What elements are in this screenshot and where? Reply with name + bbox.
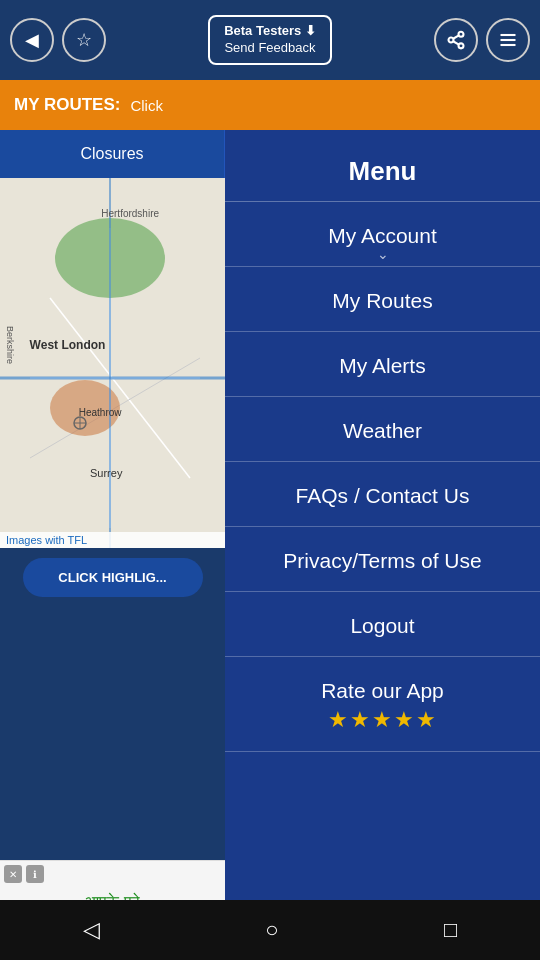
- map-label-berkshire: Berkshire: [5, 326, 15, 364]
- header-left-controls: ◀ ☆: [10, 18, 106, 62]
- map-label-heathrow: Heathrow: [79, 407, 122, 418]
- svg-line-3: [453, 41, 459, 44]
- menu-item-privacy[interactable]: Privacy/Terms of Use: [225, 527, 540, 592]
- menu-item-faqs[interactable]: FAQs / Contact Us: [225, 462, 540, 527]
- menu-title: Menu: [225, 140, 540, 202]
- map-area: Hertfordshire West London Heathrow Surre…: [0, 178, 225, 548]
- svg-point-2: [459, 43, 464, 48]
- click-label: Click: [130, 97, 163, 114]
- app-header: ◀ ☆ Beta Testers ⬇ Send Feedback: [0, 0, 540, 80]
- send-feedback-label: Send Feedback: [224, 40, 316, 57]
- map-label-west-london: West London: [30, 338, 106, 352]
- menu-item-logout[interactable]: Logout: [225, 592, 540, 657]
- my-routes-label: MY ROUTES:: [14, 95, 120, 115]
- android-back-button[interactable]: ◁: [83, 917, 100, 943]
- menu-my-routes-label: My Routes: [332, 289, 432, 312]
- android-navigation-bar: ◁ ○ □: [0, 900, 540, 960]
- map-label-surrey: Surrey: [90, 467, 122, 479]
- main-content: Closures: [0, 130, 540, 960]
- menu-weather-label: Weather: [343, 419, 422, 442]
- map-label-hertfordshire: Hertfordshire: [101, 208, 159, 219]
- closures-bar[interactable]: Closures: [0, 130, 225, 178]
- menu-my-alerts-label: My Alerts: [339, 354, 425, 377]
- ad-icons: ✕ ℹ: [4, 865, 44, 883]
- menu-item-weather[interactable]: Weather: [225, 397, 540, 462]
- favorite-button[interactable]: ☆: [62, 18, 106, 62]
- header-right-controls: [434, 18, 530, 62]
- svg-point-0: [459, 32, 464, 37]
- menu-rate-app-label: Rate our App: [321, 679, 444, 702]
- menu-panel: Menu My Account My Routes My Alerts Weat…: [225, 130, 540, 960]
- svg-point-1: [449, 38, 454, 43]
- menu-item-rate-app[interactable]: Rate our App ★★★★★: [225, 657, 540, 752]
- menu-my-account-label: My Account: [328, 224, 437, 247]
- menu-item-my-alerts[interactable]: My Alerts: [225, 332, 540, 397]
- feedback-button[interactable]: Beta Testers ⬇ Send Feedback: [208, 15, 332, 65]
- menu-logout-label: Logout: [350, 614, 414, 637]
- left-panel: Closures: [0, 130, 225, 960]
- menu-item-my-account[interactable]: My Account: [225, 202, 540, 267]
- svg-line-4: [453, 35, 459, 38]
- ad-close-icon[interactable]: ✕: [4, 865, 22, 883]
- menu-privacy-label: Privacy/Terms of Use: [283, 549, 481, 572]
- menu-faqs-label: FAQs / Contact Us: [296, 484, 470, 507]
- click-highlight-button[interactable]: CLICK HIGHLIG...: [23, 558, 203, 597]
- stars-rating: ★★★★★: [225, 707, 540, 733]
- android-recent-button[interactable]: □: [444, 917, 457, 943]
- map-background: Hertfordshire West London Heathrow Surre…: [0, 178, 225, 548]
- hamburger-menu-button[interactable]: [486, 18, 530, 62]
- closures-label: Closures: [80, 145, 143, 163]
- my-routes-bar: MY ROUTES: Click: [0, 80, 540, 130]
- back-button[interactable]: ◀: [10, 18, 54, 62]
- menu-item-my-routes[interactable]: My Routes: [225, 267, 540, 332]
- images-tfl-label: Images with TFL: [0, 532, 225, 548]
- beta-label: Beta Testers ⬇: [224, 23, 316, 40]
- android-home-button[interactable]: ○: [265, 917, 278, 943]
- share-button[interactable]: [434, 18, 478, 62]
- ad-info-icon[interactable]: ℹ: [26, 865, 44, 883]
